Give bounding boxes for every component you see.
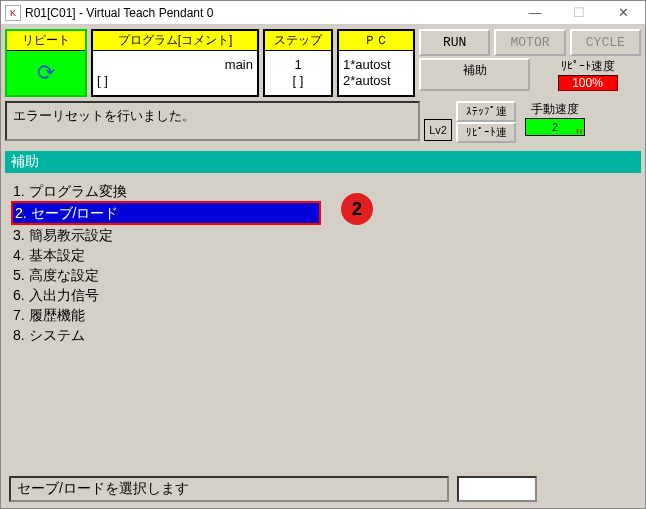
annotation-badge: 2 — [341, 193, 373, 225]
content-area: リピート ⟳ プログラム[コメント] main [ ] ステップ 1 [ ] Ｐ… — [1, 25, 645, 509]
program-header: プログラム[コメント] — [93, 31, 257, 51]
pc-row1: 1*autost — [339, 57, 413, 73]
motor-button[interactable]: MOTOR — [494, 29, 565, 56]
program-panel[interactable]: プログラム[コメント] main [ ] — [91, 29, 259, 97]
program-bracket: [ ] — [93, 73, 257, 89]
status-box: セーブ/ロードを選択します — [9, 476, 449, 502]
step-panel[interactable]: ステップ 1 [ ] — [263, 29, 333, 97]
close-button[interactable]: ✕ — [601, 1, 645, 25]
step-column: ｽﾃｯﾌﾟ連 ﾘﾋﾟｰﾄ連 — [456, 101, 516, 141]
menu-item[interactable]: 3. 簡易教示設定 — [11, 225, 635, 245]
menu-item[interactable]: 1. プログラム変換 — [11, 181, 635, 201]
pc-header: ＰＣ — [339, 31, 413, 51]
menu-area: 1. プログラム変換2. セーブ/ロード3. 簡易教示設定4. 基本設定5. 高… — [5, 173, 641, 443]
menu-item[interactable]: 8. システム — [11, 325, 635, 345]
step-bracket: [ ] — [265, 73, 331, 89]
repeat-speed-box: ﾘﾋﾟｰﾄ速度 100% — [534, 58, 641, 91]
menu-item[interactable]: 5. 高度な設定 — [11, 265, 635, 285]
minimize-button[interactable]: — — [513, 1, 557, 25]
cycle-arrows-icon: ⟳ — [30, 57, 62, 89]
manual-speed-col: 手動速度 2 — [520, 101, 590, 141]
top-row: リピート ⟳ プログラム[コメント] main [ ] ステップ 1 [ ] Ｐ… — [5, 29, 641, 97]
message-box: エラーリセットを行いました。 — [5, 101, 420, 141]
right-cluster: RUN MOTOR CYCLE 補助 ﾘﾋﾟｰﾄ速度 100% — [419, 29, 641, 97]
repeat-speed-value[interactable]: 100% — [558, 75, 618, 91]
menu-item[interactable]: 4. 基本設定 — [11, 245, 635, 265]
row2: エラーリセットを行いました。 Lv2 ｽﾃｯﾌﾟ連 ﾘﾋﾟｰﾄ連 手動速度 2 — [5, 101, 641, 141]
manual-speed-label: 手動速度 — [531, 101, 579, 118]
repeat-speed-label: ﾘﾋﾟｰﾄ速度 — [561, 58, 615, 75]
input-box[interactable] — [457, 476, 537, 502]
repeat-cont-button[interactable]: ﾘﾋﾟｰﾄ連 — [456, 122, 516, 143]
menu-item[interactable]: 6. 入出力信号 — [11, 285, 635, 305]
pc-panel[interactable]: ＰＣ 1*autost 2*autost — [337, 29, 415, 97]
aux-button[interactable]: 補助 — [419, 58, 530, 91]
step-value: 1 — [265, 57, 331, 73]
manual-speed-value[interactable]: 2 — [525, 118, 585, 136]
menu-item[interactable]: 2. セーブ/ロード — [11, 201, 321, 225]
program-value: main — [93, 57, 257, 73]
maximize-button: ☐ — [557, 1, 601, 25]
menu-list: 1. プログラム変換2. セーブ/ロード3. 簡易教示設定4. 基本設定5. 高… — [11, 181, 635, 345]
repeat-header: リピート — [7, 31, 85, 51]
pc-row2: 2*autost — [339, 73, 413, 89]
bottom-row: セーブ/ロードを選択します — [5, 472, 641, 506]
section-header: 補助 — [5, 151, 641, 173]
window-title: R01[C01] - Virtual Teach Pendant 0 — [25, 6, 513, 20]
step-header: ステップ — [265, 31, 331, 51]
menu-item[interactable]: 7. 履歴機能 — [11, 305, 635, 325]
titlebar: K R01[C01] - Virtual Teach Pendant 0 — ☐… — [1, 1, 645, 25]
cycle-button[interactable]: CYCLE — [570, 29, 641, 56]
repeat-panel[interactable]: リピート ⟳ — [5, 29, 87, 97]
step-cont-button[interactable]: ｽﾃｯﾌﾟ連 — [456, 101, 516, 122]
run-button[interactable]: RUN — [419, 29, 490, 56]
lv2-indicator[interactable]: Lv2 — [424, 119, 452, 141]
app-icon: K — [5, 5, 21, 21]
